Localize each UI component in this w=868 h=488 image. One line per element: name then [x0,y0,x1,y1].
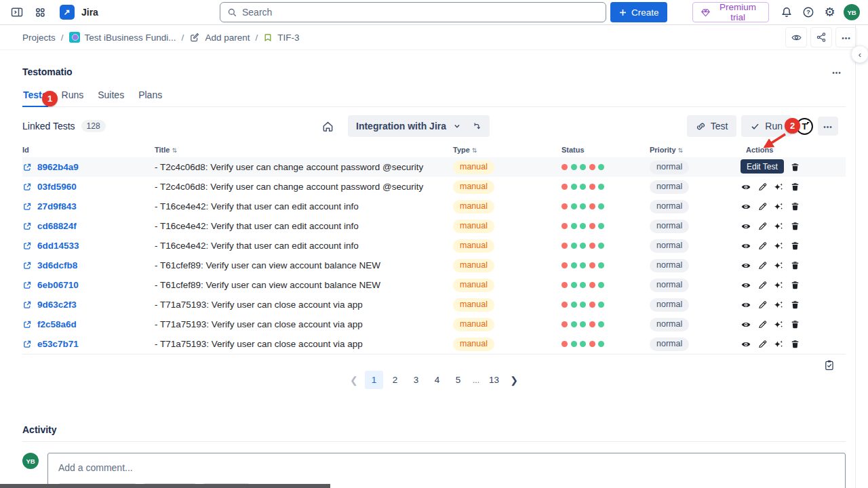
ai-sparkles-button[interactable] [773,319,784,330]
breadcrumb-projects[interactable]: Projects [22,33,56,43]
help-button[interactable]: ? [800,3,816,21]
test-id-link[interactable]: cd68824f [37,221,77,231]
tab[interactable]: Runs [61,89,85,107]
jira-logo[interactable] [60,5,75,20]
column-header-id[interactable]: Id [22,146,155,154]
column-header-title[interactable]: Title [155,146,453,154]
next-page-button[interactable]: ❯ [506,371,522,389]
tab[interactable]: Suites [97,89,125,107]
test-id-link[interactable]: f2c58a6d [37,319,77,329]
delete-test-button[interactable] [789,319,800,330]
test-id-link[interactable]: 6dd14533 [37,241,79,251]
ai-sparkles-button[interactable] [773,300,784,310]
ai-sparkles-button[interactable] [773,201,784,212]
toolbar-more-button[interactable] [818,117,838,136]
test-row[interactable]: 27d9f843 - T16ce4e42: Verify that user c… [22,197,846,216]
settings-button[interactable]: ⚙ [822,3,837,21]
test-row[interactable]: 6dd14533 - T16ce4e42: Verify that user c… [22,236,846,256]
tab[interactable]: Tests [22,89,48,107]
delete-test-button[interactable] [789,182,800,192]
comment-box[interactable]: Add a comment... Status update... Thanks… [47,453,846,488]
app-switcher-button[interactable] [31,3,49,21]
test-id-link[interactable]: 27d9f843 [37,201,77,211]
delete-test-button[interactable] [789,221,800,232]
column-header-priority[interactable]: Priority [650,146,746,154]
test-row[interactable]: 9d63c2f3 - T71a75193: Verify user can cl… [22,295,846,314]
test-row[interactable]: e53c7b71 - T71a75193: Verify user can cl… [22,334,846,354]
watch-button[interactable] [785,27,807,47]
test-id-link[interactable]: 8962b4a9 [37,162,79,172]
page-button[interactable]: 4 [428,371,446,389]
edit-test-button[interactable] [757,280,768,291]
page-button[interactable]: 3 [407,371,425,389]
edit-test-button[interactable] [757,201,768,212]
test-id-link[interactable]: 03fd5960 [37,182,77,192]
page-button[interactable]: 1 [365,371,383,389]
ai-sparkles-button[interactable] [773,339,784,350]
test-id-link[interactable]: 9d63c2f3 [37,300,77,310]
tab[interactable]: Plans [138,89,163,107]
view-test-button[interactable] [741,241,751,251]
home-button[interactable] [319,117,336,135]
sidebar-toggle-button[interactable] [8,3,26,21]
delete-test-button[interactable] [789,241,800,251]
column-header-status[interactable]: Status [561,146,650,154]
more-actions-button[interactable] [835,27,857,47]
notifications-button[interactable] [779,3,795,21]
delete-test-button[interactable] [789,300,800,310]
view-test-button[interactable] [741,300,751,310]
share-button[interactable] [810,27,832,47]
test-row[interactable]: 3d6dcfb8 - T61cfef89: Verify user can vi… [22,256,846,275]
edit-test-button[interactable] [757,221,768,232]
page-button[interactable]: ... [470,371,482,389]
ai-sparkles-button[interactable] [773,241,784,251]
breadcrumb-project[interactable]: Test iBusiness Fundi... [69,32,176,43]
edit-test-button[interactable] [757,339,768,350]
delete-test-button[interactable] [789,162,800,173]
prev-page-button[interactable]: ❮ [346,371,362,389]
ai-sparkles-button[interactable] [773,260,784,271]
collapse-panel-button[interactable]: ‹ [851,45,868,63]
report-button[interactable] [823,359,835,371]
view-test-button[interactable] [741,339,751,350]
integration-dropdown[interactable]: Integration with Jira [348,115,490,137]
run-button[interactable]: Run [741,115,791,137]
delete-test-button[interactable] [789,260,800,271]
ai-sparkles-button[interactable] [773,221,784,232]
page-button[interactable]: 13 [485,371,503,389]
test-id-link[interactable]: 3d6dcfb8 [37,260,77,270]
view-test-button[interactable] [741,221,751,232]
global-search[interactable] [220,2,606,22]
link-test-button[interactable]: Test [687,115,737,137]
panel-more-button[interactable] [828,63,846,81]
edit-test-button[interactable] [757,182,768,192]
ai-sparkles-button[interactable] [773,280,784,291]
delete-test-button[interactable] [789,280,800,291]
create-button[interactable]: Create [610,2,667,22]
delete-test-button[interactable] [789,339,800,350]
page-button[interactable]: 2 [386,371,404,389]
test-row[interactable]: 6eb06710 - T61cfef89: Verify user can vi… [22,275,846,295]
view-test-button[interactable] [741,280,751,291]
edit-test-button[interactable] [757,241,768,251]
user-avatar[interactable]: YB [844,4,860,20]
test-row[interactable]: f2c58a6d - T71a75193: Verify user can cl… [22,314,846,334]
test-id-link[interactable]: e53c7b71 [37,339,79,349]
view-test-button[interactable] [741,260,751,271]
ai-sparkles-button[interactable] [773,182,784,192]
test-row[interactable]: 03fd5960 - T2c4c06d8: Verify user can ch… [22,177,846,197]
breadcrumb-issue[interactable]: TIF-3 [263,33,299,43]
add-parent-button[interactable]: Add parent [189,32,250,43]
delete-test-button[interactable] [789,201,800,212]
view-test-button[interactable] [741,201,751,212]
edit-test-button[interactable] [757,300,768,310]
view-test-button[interactable] [741,182,751,192]
test-row[interactable]: 8962b4a9 - T2c4c06d8: Verify user can ch… [22,157,846,177]
view-test-button[interactable] [741,319,751,330]
edit-test-button[interactable] [757,260,768,271]
test-row[interactable]: cd68824f - T16ce4e42: Verify that user c… [22,216,846,236]
column-header-type[interactable]: Type [453,146,561,154]
search-input[interactable] [242,7,599,18]
page-button[interactable]: 5 [449,371,467,389]
test-id-link[interactable]: 6eb06710 [37,280,79,290]
